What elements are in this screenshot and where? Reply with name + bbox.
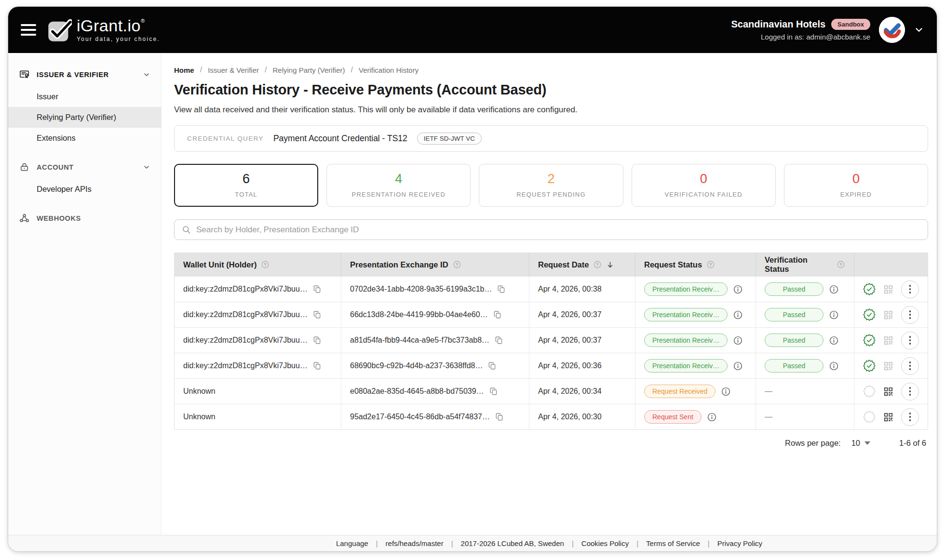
rows-per-page-select[interactable]: 10 [851,439,870,448]
verified-seal-icon[interactable] [863,411,876,423]
info-icon[interactable] [733,361,743,371]
info-icon[interactable] [829,335,839,346]
account-menu-chevron-down-icon[interactable] [914,25,924,35]
copy-icon[interactable] [497,285,506,293]
stat-card-expired[interactable]: 0EXPIRED [784,164,928,207]
stat-card-total[interactable]: 6TOTAL [174,164,318,207]
sandbox-badge: Sandbox [831,19,870,30]
info-icon[interactable] [721,387,731,397]
table-row: Unknown 95ad2e17-6450-4c45-86db-a54f7483… [175,404,928,429]
sidebar-section-issuer-verifier[interactable]: ISSUER & VERIFIER [8,63,161,86]
sidebar-item-developer-apis[interactable]: Developer APIs [8,179,161,200]
verification-status-badge: Passed [765,282,824,296]
verified-seal-icon[interactable] [863,385,876,398]
row-actions-menu-icon[interactable] [901,383,919,400]
row-actions-menu-icon[interactable] [901,408,919,426]
qr-code-icon[interactable] [883,309,894,320]
copy-icon[interactable] [493,310,502,319]
sidebar-section-webhooks[interactable]: WEBHOOKS [8,206,161,230]
footer-separator: | [451,539,453,547]
footer: Language | refs/heads/master | 2017-2026… [8,535,937,551]
lock-icon [19,161,30,173]
verified-seal-icon[interactable] [863,334,876,347]
info-icon[interactable] [829,361,839,371]
sidebar-section-label: ISSUER & VERIFIER [37,71,136,79]
help-icon[interactable]: ? [453,260,461,269]
breadcrumb-issuer-verifier[interactable]: Issuer & Verifier [208,66,259,74]
table-body: did:key:z2dmzD81cgPx8Vki7Jbuu… 0702de34-… [175,276,928,429]
help-icon[interactable]: ? [706,260,715,269]
help-icon[interactable]: ? [261,260,270,269]
info-icon[interactable] [707,412,717,422]
row-actions-menu-icon[interactable] [901,332,919,349]
exchange-id: e080a2ae-835d-4645-a8b8-bd75039… [350,387,484,396]
org-name: Scandinavian Hotels [731,19,825,30]
exchange-id: a81d54fa-fbb9-44ca-a9e5-f7bc373ab8… [350,336,489,345]
sort-descending-icon[interactable] [606,261,614,269]
stat-card-request-pending[interactable]: 2REQUEST PENDING [479,164,623,207]
app-window: iGrant.io® Your data, your choice. Scand… [8,6,937,552]
svg-text:?: ? [839,262,842,267]
info-icon[interactable] [829,284,839,294]
info-icon[interactable] [829,310,839,320]
search-icon [182,225,191,234]
sidebar-section-label: WEBHOOKS [37,214,150,222]
sidebar-section-account[interactable]: ACCOUNT [8,155,161,179]
breadcrumb-home[interactable]: Home [174,66,194,74]
qr-code-icon[interactable] [883,335,894,346]
exchange-id: 0702de34-1abb-4208-9a35-6199a3c1b… [350,285,492,293]
request-status-badge: Presentation Receiv… [644,359,728,373]
row-actions-menu-icon[interactable] [901,280,919,298]
sidebar-item-extensions[interactable]: Extensions [8,128,161,148]
credential-query-panel: CREDENTIAL QUERY Payment Account Credent… [174,125,928,152]
sidebar-item-issuer[interactable]: Issuer [8,86,161,107]
copy-icon[interactable] [488,361,497,370]
copy-icon[interactable] [313,285,322,293]
sidebar-item-relying-party[interactable]: Relying Party (Verifier) [8,107,161,128]
qr-code-icon[interactable] [883,360,894,372]
stats-cards: 6TOTAL4PRESENTATION RECEIVED2REQUEST PEN… [174,164,928,207]
request-status-badge: Presentation Receiv… [644,333,728,347]
verified-seal-icon[interactable] [863,360,876,372]
copy-icon[interactable] [313,336,322,345]
org-avatar[interactable] [879,17,905,43]
copy-icon[interactable] [313,310,322,319]
footer-privacy-link[interactable]: Privacy Policy [717,539,762,547]
holder-did: did:key:z2dmzD81cgPx8Vki7Jbuu… [183,336,308,345]
qr-code-icon[interactable] [883,284,894,295]
holder-did: Unknown [183,387,216,396]
page-title: Verification History - Receive Payments … [174,82,928,98]
footer-separator: | [708,539,710,547]
help-icon[interactable]: ? [837,260,845,269]
verified-seal-icon[interactable] [863,283,876,295]
info-icon[interactable] [733,335,743,346]
help-icon[interactable]: ? [593,260,602,269]
row-actions-menu-icon[interactable] [901,357,919,375]
copy-icon[interactable] [495,336,503,345]
verified-seal-icon[interactable] [863,308,876,321]
info-icon[interactable] [733,310,743,320]
qr-code-icon[interactable] [883,386,894,397]
info-icon[interactable] [733,284,743,294]
search-input[interactable] [196,225,920,235]
org-info: Scandinavian Hotels Sandbox Logged in as… [731,19,870,41]
logged-in-as: Logged in as: admin@abcbank.se [731,33,870,41]
footer-terms-link[interactable]: Terms of Service [646,539,700,547]
copy-icon[interactable] [313,361,322,370]
top-header: iGrant.io® Your data, your choice. Scand… [8,7,937,53]
hamburger-menu-icon[interactable] [21,24,36,36]
stat-card-verification-failed[interactable]: 0VERIFICATION FAILED [632,164,776,207]
row-actions-menu-icon[interactable] [901,306,919,324]
breadcrumb-relying-party[interactable]: Relying Party (Verifier) [272,66,345,74]
qr-code-icon[interactable] [883,412,894,423]
credential-query-label: CREDENTIAL QUERY [187,135,264,142]
copy-icon[interactable] [495,413,504,421]
stat-card-presentation-received[interactable]: 4PRESENTATION RECEIVED [326,164,471,207]
table-row: did:key:z2dmzD81cgPx8Vki7Jbuu… 68690bc9-… [175,353,928,378]
footer-cookies-policy-link[interactable]: Cookies Policy [581,539,629,547]
footer-language-link[interactable]: Language [336,539,368,547]
copy-icon[interactable] [489,387,498,396]
sidebar: ISSUER & VERIFIER Issuer Relying Party (… [8,53,162,535]
column-header-request-status: Request Status ? [635,253,756,276]
request-status-badge: Request Received [644,385,716,398]
